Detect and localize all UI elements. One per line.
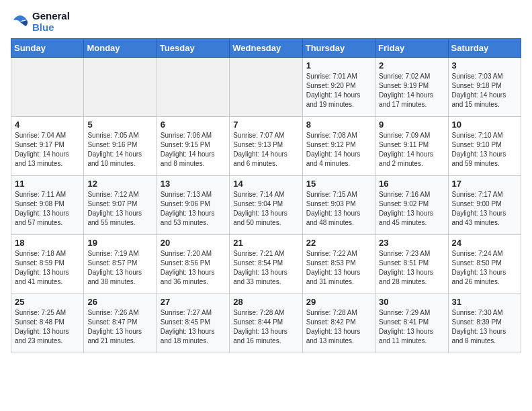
day-info: Sunrise: 7:05 AM Sunset: 9:16 PM Dayligh… xyxy=(87,131,152,169)
col-wednesday: Wednesday xyxy=(230,39,302,58)
day-number: 13 xyxy=(161,179,226,189)
day-info: Sunrise: 7:23 AM Sunset: 8:51 PM Dayligh… xyxy=(379,249,444,287)
calendar-week-1: 1Sunrise: 7:01 AM Sunset: 9:20 PM Daylig… xyxy=(11,58,521,117)
day-info: Sunrise: 7:26 AM Sunset: 8:47 PM Dayligh… xyxy=(87,308,152,346)
calendar-cell: 3Sunrise: 7:03 AM Sunset: 9:18 PM Daylig… xyxy=(448,58,521,117)
day-info: Sunrise: 7:29 AM Sunset: 8:41 PM Dayligh… xyxy=(379,308,444,346)
calendar-cell: 23Sunrise: 7:23 AM Sunset: 8:51 PM Dayli… xyxy=(375,235,448,294)
calendar-header: Sunday Monday Tuesday Wednesday Thursday… xyxy=(11,39,521,58)
calendar-week-2: 4Sunrise: 7:04 AM Sunset: 9:17 PM Daylig… xyxy=(11,117,521,176)
day-number: 18 xyxy=(15,238,80,248)
day-info: Sunrise: 7:01 AM Sunset: 9:20 PM Dayligh… xyxy=(306,72,371,109)
calendar-cell: 10Sunrise: 7:10 AM Sunset: 9:10 PM Dayli… xyxy=(448,117,521,176)
calendar-cell: 18Sunrise: 7:18 AM Sunset: 8:59 PM Dayli… xyxy=(11,235,84,294)
day-number: 6 xyxy=(161,120,226,130)
day-number: 22 xyxy=(306,238,371,248)
day-info: Sunrise: 7:21 AM Sunset: 8:54 PM Dayligh… xyxy=(233,249,298,287)
day-info: Sunrise: 7:13 AM Sunset: 9:06 PM Dayligh… xyxy=(161,190,226,228)
day-number: 29 xyxy=(306,297,371,307)
calendar-cell: 8Sunrise: 7:08 AM Sunset: 9:12 PM Daylig… xyxy=(302,117,375,176)
calendar-cell: 19Sunrise: 7:19 AM Sunset: 8:57 PM Dayli… xyxy=(84,235,157,294)
day-info: Sunrise: 7:16 AM Sunset: 9:02 PM Dayligh… xyxy=(379,190,444,228)
day-number: 10 xyxy=(452,120,517,130)
calendar-cell: 14Sunrise: 7:14 AM Sunset: 9:04 PM Dayli… xyxy=(230,176,302,235)
col-tuesday: Tuesday xyxy=(157,39,229,58)
day-info: Sunrise: 7:20 AM Sunset: 8:56 PM Dayligh… xyxy=(161,249,226,287)
day-info: Sunrise: 7:04 AM Sunset: 9:17 PM Dayligh… xyxy=(15,131,80,169)
calendar-cell: 12Sunrise: 7:12 AM Sunset: 9:07 PM Dayli… xyxy=(84,176,157,235)
calendar-cell: 27Sunrise: 7:27 AM Sunset: 8:45 PM Dayli… xyxy=(157,294,229,353)
day-number: 3 xyxy=(452,60,517,71)
day-info: Sunrise: 7:12 AM Sunset: 9:07 PM Dayligh… xyxy=(87,190,152,228)
day-number: 26 xyxy=(87,297,152,307)
calendar-cell: 1Sunrise: 7:01 AM Sunset: 9:20 PM Daylig… xyxy=(302,58,375,117)
calendar-cell: 6Sunrise: 7:06 AM Sunset: 9:15 PM Daylig… xyxy=(157,117,229,176)
calendar-cell: 30Sunrise: 7:29 AM Sunset: 8:41 PM Dayli… xyxy=(375,294,448,353)
calendar-body: 1Sunrise: 7:01 AM Sunset: 9:20 PM Daylig… xyxy=(11,58,521,353)
day-number: 30 xyxy=(379,297,444,307)
day-info: Sunrise: 7:17 AM Sunset: 9:00 PM Dayligh… xyxy=(452,190,517,228)
day-number: 8 xyxy=(306,120,371,130)
day-number: 7 xyxy=(233,120,298,130)
day-info: Sunrise: 7:03 AM Sunset: 9:18 PM Dayligh… xyxy=(452,72,517,109)
calendar-cell: 15Sunrise: 7:15 AM Sunset: 9:03 PM Dayli… xyxy=(302,176,375,235)
day-number: 16 xyxy=(379,179,444,189)
day-number: 2 xyxy=(379,60,444,71)
day-number: 28 xyxy=(233,297,298,307)
day-info: Sunrise: 7:28 AM Sunset: 8:42 PM Dayligh… xyxy=(306,308,371,346)
col-monday: Monday xyxy=(84,39,157,58)
calendar-cell: 13Sunrise: 7:13 AM Sunset: 9:06 PM Dayli… xyxy=(157,176,229,235)
logo-text: General Blue xyxy=(32,11,70,33)
calendar-cell: 11Sunrise: 7:11 AM Sunset: 9:08 PM Dayli… xyxy=(11,176,84,235)
calendar-cell: 9Sunrise: 7:09 AM Sunset: 9:11 PM Daylig… xyxy=(375,117,448,176)
calendar-cell: 22Sunrise: 7:22 AM Sunset: 8:53 PM Dayli… xyxy=(302,235,375,294)
day-number: 19 xyxy=(87,238,152,248)
day-number: 12 xyxy=(87,179,152,189)
day-number: 24 xyxy=(452,238,517,248)
calendar-cell xyxy=(230,58,302,117)
day-number: 20 xyxy=(161,238,226,248)
calendar-cell: 24Sunrise: 7:24 AM Sunset: 8:50 PM Dayli… xyxy=(448,235,521,294)
day-number: 15 xyxy=(306,179,371,189)
calendar-cell: 16Sunrise: 7:16 AM Sunset: 9:02 PM Dayli… xyxy=(375,176,448,235)
calendar-cell: 28Sunrise: 7:28 AM Sunset: 8:44 PM Dayli… xyxy=(230,294,302,353)
calendar-cell: 31Sunrise: 7:30 AM Sunset: 8:39 PM Dayli… xyxy=(448,294,521,353)
calendar-cell: 7Sunrise: 7:07 AM Sunset: 9:13 PM Daylig… xyxy=(230,117,302,176)
day-number: 9 xyxy=(379,120,444,130)
day-number: 5 xyxy=(87,120,152,130)
day-number: 21 xyxy=(233,238,298,248)
day-info: Sunrise: 7:07 AM Sunset: 9:13 PM Dayligh… xyxy=(233,131,298,169)
page-header: General Blue xyxy=(11,11,521,33)
calendar-cell xyxy=(84,58,157,117)
day-number: 14 xyxy=(233,179,298,189)
calendar-cell xyxy=(157,58,229,117)
day-info: Sunrise: 7:08 AM Sunset: 9:12 PM Dayligh… xyxy=(306,131,371,169)
day-info: Sunrise: 7:06 AM Sunset: 9:15 PM Dayligh… xyxy=(161,131,226,169)
calendar-week-3: 11Sunrise: 7:11 AM Sunset: 9:08 PM Dayli… xyxy=(11,176,521,235)
day-number: 27 xyxy=(161,297,226,307)
day-number: 17 xyxy=(452,179,517,189)
col-friday: Friday xyxy=(375,39,448,58)
day-number: 25 xyxy=(15,297,80,307)
day-number: 4 xyxy=(15,120,80,130)
day-info: Sunrise: 7:09 AM Sunset: 9:11 PM Dayligh… xyxy=(379,131,444,169)
calendar-cell: 17Sunrise: 7:17 AM Sunset: 9:00 PM Dayli… xyxy=(448,176,521,235)
day-info: Sunrise: 7:18 AM Sunset: 8:59 PM Dayligh… xyxy=(15,249,80,287)
day-info: Sunrise: 7:10 AM Sunset: 9:10 PM Dayligh… xyxy=(452,131,517,169)
col-sunday: Sunday xyxy=(11,39,84,58)
calendar-cell: 26Sunrise: 7:26 AM Sunset: 8:47 PM Dayli… xyxy=(84,294,157,353)
calendar-cell: 5Sunrise: 7:05 AM Sunset: 9:16 PM Daylig… xyxy=(84,117,157,176)
day-info: Sunrise: 7:27 AM Sunset: 8:45 PM Dayligh… xyxy=(161,308,226,346)
calendar-table: Sunday Monday Tuesday Wednesday Thursday… xyxy=(11,38,521,353)
day-info: Sunrise: 7:28 AM Sunset: 8:44 PM Dayligh… xyxy=(233,308,298,346)
day-number: 11 xyxy=(15,179,80,189)
day-info: Sunrise: 7:22 AM Sunset: 8:53 PM Dayligh… xyxy=(306,249,371,287)
day-info: Sunrise: 7:14 AM Sunset: 9:04 PM Dayligh… xyxy=(233,190,298,228)
col-thursday: Thursday xyxy=(302,39,375,58)
col-saturday: Saturday xyxy=(448,39,521,58)
calendar-week-4: 18Sunrise: 7:18 AM Sunset: 8:59 PM Dayli… xyxy=(11,235,521,294)
calendar-cell: 25Sunrise: 7:25 AM Sunset: 8:48 PM Dayli… xyxy=(11,294,84,353)
day-info: Sunrise: 7:15 AM Sunset: 9:03 PM Dayligh… xyxy=(306,190,371,228)
day-number: 31 xyxy=(452,297,517,307)
calendar-cell xyxy=(11,58,84,117)
